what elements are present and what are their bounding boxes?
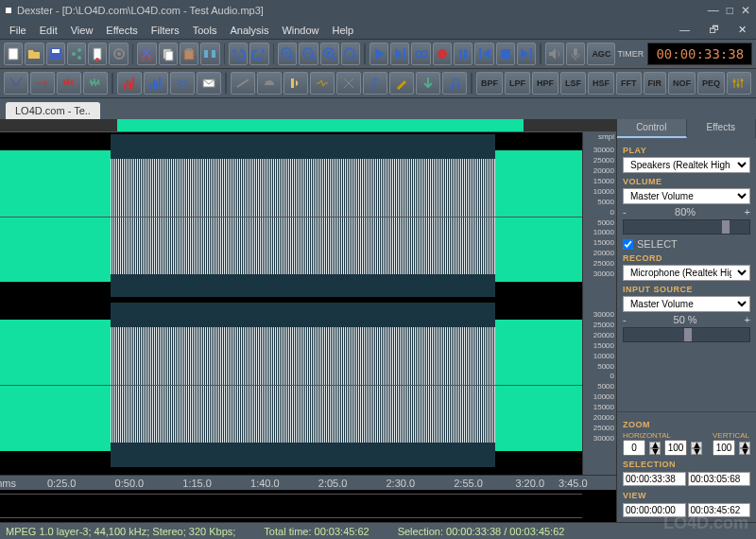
peq-button[interactable]: PEQ <box>697 72 725 95</box>
zoom-in-icon[interactable] <box>278 43 297 65</box>
fx-flip-icon[interactable] <box>336 72 361 95</box>
menu-edit[interactable]: Edit <box>34 23 63 38</box>
select-checkbox[interactable]: SELECT <box>623 238 750 250</box>
fx-rev-icon[interactable] <box>363 72 387 95</box>
menu-analysis[interactable]: Analysis <box>224 23 274 38</box>
input-slider[interactable] <box>623 327 750 342</box>
timeline-top[interactable] <box>0 119 616 132</box>
view-end[interactable] <box>688 503 751 517</box>
volume-select[interactable]: Master Volume <box>623 188 750 204</box>
mic-icon[interactable] <box>566 43 585 65</box>
fx-arrow-icon[interactable] <box>416 72 440 95</box>
menu-window[interactable]: Window <box>276 23 324 38</box>
menu-file[interactable]: File <box>4 23 32 38</box>
menu-view[interactable]: View <box>65 23 99 38</box>
skip-back-icon[interactable] <box>474 43 493 65</box>
fx-brush-icon[interactable] <box>389 72 414 95</box>
maximize-icon[interactable]: □ <box>727 4 733 17</box>
fft-button[interactable]: FFT <box>616 72 642 95</box>
svg-rect-40 <box>159 78 161 89</box>
fx-reverb-icon[interactable] <box>284 72 308 95</box>
nof-button[interactable]: NOF <box>668 72 696 95</box>
label-input-source: INPUT SOURCE <box>623 285 750 294</box>
svg-point-43 <box>456 84 460 88</box>
redo-icon[interactable] <box>249 43 268 65</box>
sel-start[interactable] <box>623 472 686 486</box>
speaker-icon[interactable] <box>545 43 564 65</box>
fx-crossfade-icon[interactable] <box>4 72 28 95</box>
fx-shift-icon[interactable] <box>30 72 55 95</box>
menu-tools[interactable]: Tools <box>187 23 223 38</box>
fx-bars-icon[interactable] <box>144 72 168 95</box>
svg-point-45 <box>737 84 740 87</box>
doc-restore-icon[interactable]: 🗗 <box>703 22 725 38</box>
overview-bar[interactable] <box>0 494 582 518</box>
sel-end[interactable] <box>688 472 751 486</box>
close-icon[interactable]: ✕ <box>741 4 750 17</box>
view-start[interactable] <box>623 503 686 517</box>
spin-down-icon[interactable]: ▼ <box>649 448 661 455</box>
mail-icon[interactable] <box>197 72 221 95</box>
waveform-display[interactable] <box>0 132 582 475</box>
menu-effects[interactable]: Effects <box>100 23 143 38</box>
zoom-out-icon[interactable] <box>299 43 318 65</box>
input-source-select[interactable]: Master Volume <box>623 296 750 312</box>
spin-down-icon[interactable]: ▼ <box>691 448 702 455</box>
settings-icon[interactable] <box>109 43 128 65</box>
play-icon[interactable] <box>369 43 388 65</box>
menu-help[interactable]: Help <box>327 23 360 38</box>
undo-icon[interactable] <box>229 43 248 65</box>
save-icon[interactable] <box>46 43 65 65</box>
minimize-icon[interactable]: — <box>708 4 719 17</box>
pause-icon[interactable] <box>454 43 472 65</box>
svg-point-9 <box>117 52 121 56</box>
svg-point-26 <box>438 49 447 59</box>
zoom-fit-icon[interactable] <box>341 43 360 65</box>
lpf-button[interactable]: LPF <box>505 72 530 95</box>
bpf-button[interactable]: BPF <box>476 72 503 95</box>
clipboard-icon[interactable] <box>180 43 198 65</box>
copy-icon[interactable] <box>159 43 178 65</box>
tab-control[interactable]: Control <box>617 119 687 138</box>
agc-button[interactable]: AGC <box>587 43 615 65</box>
zoom-v[interactable] <box>713 440 735 456</box>
file-tab[interactable]: LO4D.com - Te.. <box>6 102 100 119</box>
status-selection: Selection: 00:00:33:38 / 00:03:45:62 <box>398 526 565 537</box>
fx-waves-icon[interactable] <box>170 72 195 95</box>
fir-button[interactable]: FIR <box>644 72 667 95</box>
zoom-h-start[interactable] <box>623 440 645 456</box>
fx-spectrum-icon[interactable] <box>117 72 142 95</box>
loop-icon[interactable] <box>411 43 430 65</box>
lsf-button[interactable]: LSF <box>560 72 586 95</box>
hsf-button[interactable]: HSF <box>588 72 614 95</box>
fx-amp-icon[interactable] <box>83 72 108 95</box>
fx-dish-icon[interactable] <box>257 72 282 95</box>
note-icon[interactable] <box>442 72 467 95</box>
skip-fwd-icon[interactable] <box>517 43 536 65</box>
trim-icon[interactable] <box>200 43 219 65</box>
zoom-h-end[interactable] <box>664 440 687 456</box>
record-icon[interactable] <box>433 43 452 65</box>
cut-icon[interactable] <box>137 43 156 65</box>
fx-fade-icon[interactable] <box>231 72 255 95</box>
share-icon[interactable] <box>67 43 86 65</box>
label-view: VIEW <box>623 491 750 500</box>
play-sel-icon[interactable] <box>390 43 409 65</box>
open-icon[interactable] <box>25 43 43 65</box>
eq-icon[interactable] <box>727 72 751 95</box>
paste-file-icon[interactable] <box>88 43 107 65</box>
new-icon[interactable] <box>4 43 23 65</box>
play-device-select[interactable]: Speakers (Realtek High Def <box>623 157 750 173</box>
spin-down-icon[interactable]: ▼ <box>739 448 750 455</box>
doc-minimize-icon[interactable]: — <box>674 22 696 38</box>
fx-echo-icon[interactable] <box>310 72 335 95</box>
menu-filters[interactable]: Filters <box>146 23 185 38</box>
fx-noise-icon[interactable] <box>57 72 81 95</box>
zoom-sel-icon[interactable] <box>320 43 339 65</box>
hpf-button[interactable]: HPF <box>532 72 558 95</box>
record-device-select[interactable]: Microphone (Realtek High D <box>623 265 750 281</box>
stop-icon[interactable] <box>496 43 515 65</box>
tab-effects[interactable]: Effects <box>687 119 757 138</box>
volume-slider[interactable] <box>623 219 750 235</box>
doc-close-icon[interactable]: ✕ <box>732 22 752 38</box>
